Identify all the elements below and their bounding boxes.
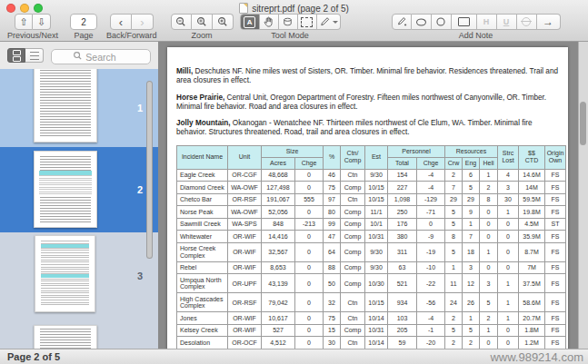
table-cell: 11 [445, 274, 463, 293]
back-button[interactable]: ‹ [110, 14, 132, 30]
table-cell: 24 [445, 293, 463, 312]
search-input[interactable] [51, 49, 151, 64]
thumbnail-list: 123 [0, 69, 158, 349]
table-cell: 99 [324, 218, 341, 231]
tool-mode-group: A [240, 14, 341, 40]
thumbnail-view-button[interactable] [7, 48, 25, 63]
table-cell: 29 [463, 193, 480, 206]
table-cell: 227 [388, 182, 417, 194]
text-box-button[interactable] [452, 14, 477, 30]
table-cell: 10/14 [365, 312, 388, 325]
table-cell: 35.9M [519, 231, 545, 243]
table-cell: 934 [388, 293, 417, 312]
table-cell: Diamond Creek [177, 182, 228, 194]
table-cell: 15 [324, 324, 341, 337]
group-header-size: Size [262, 145, 324, 157]
table-cell: 4.5M [519, 218, 545, 231]
table-cell: 37.5M [519, 274, 545, 293]
page-thumbnail[interactable] [34, 69, 97, 143]
table-cell: 32 [324, 293, 341, 312]
add-note-label: Add Note [459, 31, 493, 40]
paragraph: Horse Prairie, Central Unit, Oregon Depa… [176, 93, 560, 113]
table-cell: 0 [295, 312, 324, 325]
table-cell: 0 [295, 242, 324, 261]
table-cell: 1.2M [519, 337, 545, 349]
table-cell: 5 [445, 242, 463, 261]
text-selection-tool-button[interactable]: A [240, 14, 260, 30]
previous-page-button[interactable]: ⇧ [15, 14, 33, 30]
page-number-input[interactable] [70, 14, 97, 30]
shapes-button[interactable] [432, 14, 452, 30]
table-cell: 527 [262, 324, 295, 337]
table-row: Umpqua North ComplexOR-UPF43,139050Comp1… [177, 274, 566, 293]
table-cell: 0 [498, 324, 519, 337]
table-cell: 30 [498, 193, 519, 206]
thumbnail-row-page-2[interactable]: 2 [0, 147, 158, 232]
toolbar: sitreprt.pdf (page 2 of 5) ⇧ ⇩ Previous/… [0, 0, 588, 42]
draw-button[interactable] [412, 14, 432, 30]
table-cell: WA-OWF [228, 182, 262, 194]
table-cell: 58.6M [519, 293, 545, 312]
magnify-tool-button[interactable] [279, 14, 298, 30]
table-cell: 0 [295, 261, 324, 274]
table-cell: 5 [445, 218, 463, 231]
down-arrow-icon: ⇩ [37, 16, 45, 28]
window-title: sitreprt.pdf (page 2 of 5) [0, 3, 588, 14]
rect-selection-icon [301, 17, 313, 27]
table-cell: 32,567 [262, 242, 295, 261]
table-row: Sawmill CreekWA-SPS848-21399Comp10/11760… [177, 218, 566, 231]
table-cell: High Cascades Complex [177, 293, 228, 312]
table-cell: 0 [295, 324, 324, 337]
table-cell: 848 [262, 218, 295, 231]
markup-tool-button[interactable] [317, 14, 341, 30]
table-cell: 1 [463, 218, 480, 231]
table-cell: Umpqua North Complex [177, 274, 228, 293]
table-cell: 9/30 [365, 242, 388, 261]
table-cell: 0 [295, 274, 324, 293]
table-cell: 10,617 [262, 312, 295, 325]
table-cell: 1 [480, 324, 498, 337]
rectangle-shape-icon [458, 17, 470, 26]
thumbnail-row-page-1[interactable]: 1 [0, 69, 158, 147]
rect-selection-tool-button[interactable] [298, 14, 317, 30]
sidebar-scrollbar[interactable] [146, 81, 153, 259]
forward-button[interactable]: › [132, 14, 154, 30]
strikethrough-button[interactable] [517, 14, 537, 30]
page-thumbnail[interactable] [34, 325, 97, 349]
col-header-ctn-comp: Ctn/ Comp [341, 145, 365, 169]
page-thumbnail[interactable] [35, 235, 95, 312]
table-cell: 2 [445, 337, 463, 349]
table-cell: -4 [417, 312, 445, 325]
table-cell: 1 [498, 293, 519, 312]
page-thumbnail[interactable] [34, 151, 97, 228]
zoom-in-button[interactable] [213, 14, 234, 30]
sidebar-header [0, 42, 158, 69]
table-cell: 50 [324, 274, 341, 293]
list-view-button[interactable] [25, 48, 44, 63]
table-cell: OR-RSF [228, 293, 262, 312]
chevron-down-icon [333, 21, 338, 24]
group-header-resources: Resources [445, 145, 498, 157]
move-tool-button[interactable] [260, 14, 279, 30]
document-scrollbar-thumb[interactable] [580, 102, 586, 145]
actual-size-button[interactable] [192, 14, 213, 30]
next-page-button[interactable]: ⇩ [33, 14, 51, 30]
window-body: 123 Milli, Deschutes NF. Nine miles west… [0, 42, 588, 349]
table-cell: OR-WIF [228, 324, 262, 337]
thumbnail-row-page-4[interactable] [0, 320, 158, 349]
thumbnail-grid-icon [13, 50, 21, 62]
table-cell: 8 [480, 193, 498, 206]
table-cell: 5 [463, 324, 480, 337]
titlebar: sitreprt.pdf (page 2 of 5) [0, 0, 588, 14]
sketch-button[interactable] [392, 14, 412, 30]
document-scrollbar-track[interactable] [578, 42, 588, 349]
thumbnail-row-page-3[interactable]: 3 [0, 232, 158, 320]
highlight-button[interactable]: H [477, 14, 497, 30]
table-cell: OR-WIF [228, 261, 262, 274]
table-cell: Norse Peak [177, 206, 228, 219]
underline-button[interactable]: U [497, 14, 517, 30]
zoom-out-button[interactable] [171, 14, 192, 30]
table-cell: 52,056 [262, 206, 295, 219]
table-cell: 555 [295, 193, 324, 206]
arrow-annotation-button[interactable]: → [537, 14, 561, 30]
